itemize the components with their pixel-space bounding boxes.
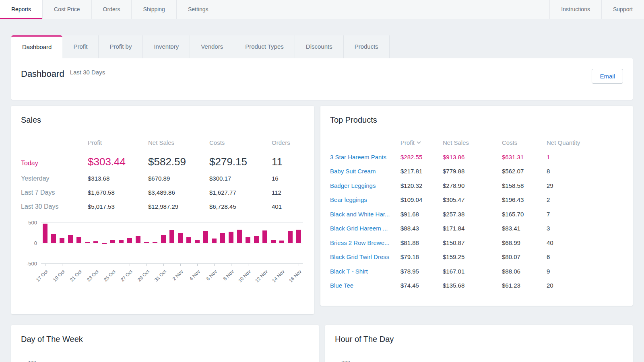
chart-bar-7-nov[interactable] — [220, 233, 225, 243]
y-axis-label: 500 — [21, 220, 37, 226]
tab-products[interactable]: Products — [344, 35, 390, 58]
product-name-link[interactable]: Bear leggings — [330, 196, 400, 203]
top-products-header: Profit Net Sales Costs Net Quantity — [330, 139, 623, 146]
product-net-sales-value: $779.88 — [443, 168, 502, 175]
chart-bar-2-nov[interactable] — [178, 233, 183, 243]
chart-bar-19-oct[interactable] — [60, 238, 64, 243]
tab-vendors[interactable]: Vendors — [190, 35, 234, 58]
nav-tab-orders[interactable]: Orders — [92, 0, 132, 19]
tab-inventory[interactable]: Inventory — [143, 35, 190, 58]
chart-bar-22-oct[interactable] — [85, 242, 90, 243]
chart-bar-29-oct[interactable] — [144, 242, 149, 243]
product-row-briess-2-row-brewe: Briess 2 Row Brewe...$81.88$150.87$68.99… — [330, 239, 623, 246]
page-subtitle: Last 30 Days — [70, 69, 105, 76]
tab-discounts[interactable]: Discounts — [295, 35, 344, 58]
chart-bar-3-nov[interactable] — [186, 237, 191, 243]
chart-bar-1-nov[interactable] — [169, 230, 174, 243]
day-of-week-title: Day of The Week — [21, 335, 309, 344]
nav-tab-support[interactable]: Support — [601, 0, 644, 19]
tab-profit-by[interactable]: Profit by — [99, 35, 143, 58]
chart-bar-12-nov[interactable] — [262, 230, 267, 243]
sales-profit-chart: 500 0 -500 17 Oct19 Oct21 Oct23 Oct25 Oc… — [21, 219, 304, 300]
product-profit-value: $120.32 — [400, 182, 443, 189]
chart-bar-11-nov[interactable] — [254, 236, 259, 243]
product-qty-value: 6 — [547, 253, 623, 260]
y-axis-label: 800 — [335, 360, 350, 362]
chart-bar-16-nov[interactable] — [296, 230, 301, 243]
product-costs-value: $83.41 — [502, 225, 547, 232]
product-profit-value: $91.68 — [400, 211, 443, 218]
sales-orders-value: 16 — [272, 175, 304, 182]
chart-bar-8-nov[interactable] — [229, 232, 233, 243]
product-profit-value: $217.81 — [400, 168, 443, 175]
product-row-black-t-shirt: Black T - Shirt$78.95$167.01$88.069 — [330, 268, 623, 275]
product-net-sales-value: $167.01 — [443, 268, 502, 275]
chart-bar-27-oct[interactable] — [127, 238, 132, 243]
product-name-link[interactable]: Blue Tee — [330, 282, 400, 289]
x-axis-tick — [62, 263, 62, 266]
chart-bar-17-oct[interactable] — [43, 224, 47, 243]
chart-bar-5-nov[interactable] — [203, 231, 208, 243]
product-profit-value: $74.45 — [400, 282, 443, 289]
sales-table-body: Today$303.44$582.59$279.1511Yesterday$31… — [21, 156, 304, 210]
nav-tab-cost-price[interactable]: Cost Price — [43, 0, 92, 19]
chart-bar-21-oct[interactable] — [76, 237, 81, 243]
chart-bar-28-oct[interactable] — [136, 236, 140, 243]
top-nav: ReportsCost PriceOrdersShippingSettings … — [0, 0, 644, 19]
chart-bar-23-oct[interactable] — [93, 241, 98, 243]
product-qty-value: 2 — [547, 196, 623, 203]
chart-bar-14-nov[interactable] — [279, 241, 284, 243]
tab-profit[interactable]: Profit — [62, 35, 99, 58]
nav-tab-instructions[interactable]: Instructions — [549, 0, 601, 19]
product-name-link[interactable]: 3 Star Hareem Pants — [330, 154, 400, 160]
product-row-bear-leggings: Bear leggings$109.04$305.47$196.432 — [330, 196, 623, 203]
products-col-profit-label: Profit — [400, 139, 415, 146]
chart-bar-24-oct[interactable] — [102, 243, 107, 244]
tab-dashboard[interactable]: Dashboard — [11, 35, 62, 58]
nav-tab-shipping[interactable]: Shipping — [132, 0, 177, 19]
sales-net-sales-value: $670.89 — [148, 175, 209, 182]
product-name-link[interactable]: Badger Leggings — [330, 182, 400, 189]
sales-costs-value: $300.17 — [209, 175, 272, 182]
chart-bar-20-oct[interactable] — [68, 235, 73, 243]
product-name-link[interactable]: Black and White Har... — [330, 211, 400, 218]
chart-bar-15-nov[interactable] — [288, 231, 293, 243]
tab-product-types[interactable]: Product Types — [234, 35, 295, 58]
product-costs-value: $80.07 — [502, 253, 547, 260]
email-button[interactable]: Email — [592, 69, 623, 84]
x-axis-tick — [265, 263, 265, 266]
top-products-card: Top Products Profit Net Sales Costs Net … — [320, 106, 633, 306]
page-content: DashboardProfitProfit byInventoryVendors… — [0, 19, 644, 362]
nav-tab-settings[interactable]: Settings — [177, 0, 220, 19]
product-row-blue-tee: Blue Tee$74.45$135.68$61.2320 — [330, 282, 623, 289]
chart-bar-31-oct[interactable] — [161, 235, 166, 243]
chart-bar-4-nov[interactable] — [195, 240, 200, 243]
sales-profit-value: $5,017.53 — [88, 203, 148, 210]
chart-bar-18-oct[interactable] — [51, 234, 56, 243]
x-axis-tick — [231, 263, 231, 266]
page-title: Dashboard — [21, 69, 64, 79]
product-costs-value: $631.31 — [502, 154, 547, 160]
product-name-link[interactable]: Black Grid Twirl Dress — [330, 253, 400, 260]
product-qty-value: 29 — [547, 182, 623, 189]
products-col-profit-sort[interactable]: Profit — [400, 139, 443, 146]
chart-bar-6-nov[interactable] — [212, 239, 217, 243]
day-of-week-chart: 400 — [21, 360, 309, 362]
sales-profit-value: $303.44 — [88, 156, 148, 168]
chart-bar-10-nov[interactable] — [246, 237, 250, 243]
chart-bar-13-nov[interactable] — [271, 240, 276, 243]
nav-tab-reports[interactable]: Reports — [0, 0, 43, 19]
chart-bar-9-nov[interactable] — [237, 230, 242, 243]
x-axis-tick — [282, 263, 282, 266]
product-name-link[interactable]: Baby Suit Cream — [330, 168, 400, 175]
product-costs-value: $158.58 — [502, 182, 547, 189]
sales-row-yesterday: Yesterday$313.68$670.89$300.1716 — [21, 175, 304, 182]
product-name-link[interactable]: Black T - Shirt — [330, 268, 400, 275]
gridline-500 — [41, 222, 303, 223]
chart-bar-25-oct[interactable] — [110, 240, 115, 243]
product-net-sales-value: $278.90 — [443, 182, 502, 189]
chart-bar-26-oct[interactable] — [119, 240, 124, 243]
product-name-link[interactable]: Briess 2 Row Brewe... — [330, 239, 400, 246]
chart-bar-30-oct[interactable] — [153, 242, 157, 243]
product-name-link[interactable]: Black Grid Hareem ... — [330, 225, 400, 232]
